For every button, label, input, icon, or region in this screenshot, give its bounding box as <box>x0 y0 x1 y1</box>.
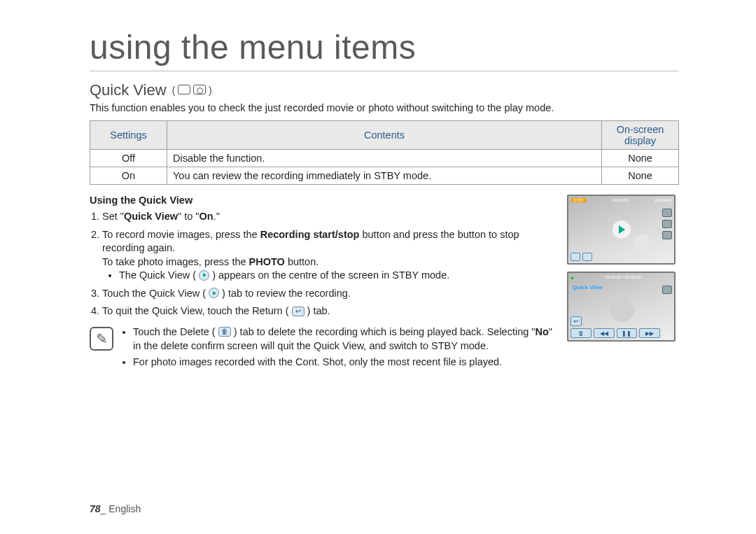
section-title-text: Quick View <box>90 81 167 99</box>
side-icon <box>662 231 672 239</box>
side-icon <box>662 286 672 294</box>
forward-icon: ▶▶ <box>639 328 660 338</box>
pause-icon: ❚❚ <box>617 328 638 338</box>
th-settings: Settings <box>90 121 167 150</box>
steps-list: Set "Quick View" to "On." To record movi… <box>102 210 557 318</box>
finger-touch-icon <box>631 231 654 255</box>
cell-setting: On <box>90 167 167 185</box>
bottom-icon <box>570 253 580 261</box>
play-icon <box>199 270 209 281</box>
photo-mode-icon <box>193 85 206 94</box>
return-icon: ↩ <box>292 307 304 316</box>
step-2-bullet: The Quick View ( ) appears on the centre… <box>119 269 557 283</box>
step-4: To quit the Quick View, touch the Return… <box>102 304 557 318</box>
play-icon <box>209 288 219 298</box>
play-counter: 00:00:20 / 00:30:00 <box>605 275 641 280</box>
cell-content: You can review the recording immediately… <box>167 167 602 185</box>
cell-display: None <box>602 150 679 167</box>
cell-display: None <box>602 167 679 185</box>
trash-icon: 🗑 <box>570 328 592 338</box>
note-block: ✎ Touch the Delete ( 🗑 ) tab to delete t… <box>90 325 557 372</box>
th-display: On-screen display <box>602 121 679 150</box>
th-contents: Contents <box>167 121 602 150</box>
bottom-icon <box>582 253 592 261</box>
table-row: On You can review the recording immediat… <box>90 167 679 185</box>
video-mode-icon <box>178 85 190 94</box>
note-2: For photo images recorded with the Cont.… <box>133 356 557 370</box>
stby-badge: STBY <box>571 198 587 202</box>
side-icon <box>662 220 672 228</box>
quickview-label: Quick View <box>573 284 603 290</box>
preview-screen-playback: ▶ 00:00:20 / 00:30:00 Quick View ↩ 🗑 ◀◀ … <box>567 272 676 342</box>
quickview-play-icon <box>612 220 631 239</box>
note-1: Touch the Delete ( 🗑 ) tab to delete the… <box>133 325 557 353</box>
step-2: To record movie images, press the Record… <box>102 228 557 283</box>
note-icon: ✎ <box>90 327 113 351</box>
preview-screen-stby: STBY 00:00:00 [300Min] <box>567 195 676 265</box>
page-footer: 78_ English <box>90 503 141 514</box>
table-row: Off Disable the function. None <box>90 150 679 167</box>
section-intro: This function enables you to check the j… <box>90 102 679 113</box>
settings-table: Settings Contents On-screen display Off … <box>90 120 679 185</box>
page-language: English <box>108 503 141 514</box>
return-icon: ↩ <box>570 316 582 326</box>
trash-icon: 🗑 <box>218 327 231 337</box>
steps-heading: Using the Quick View <box>90 195 557 206</box>
cell-setting: Off <box>90 150 167 167</box>
cell-content: Disable the function. <box>167 150 602 167</box>
page-title: using the menu items <box>90 28 679 71</box>
mode-icons: ( ) <box>172 85 212 96</box>
play-indicator-icon: ▶ <box>571 275 575 280</box>
rec-time: 00:00:00 <box>612 198 629 202</box>
playback-subject-icon <box>610 298 634 322</box>
step-3: Touch the Quick View ( ) tab to review t… <box>102 287 557 301</box>
side-icon <box>662 209 672 217</box>
page-number: 78 <box>90 503 101 514</box>
section-title: Quick View ( ) <box>90 81 679 99</box>
step-1: Set "Quick View" to "On." <box>102 210 557 224</box>
rewind-icon: ◀◀ <box>594 328 615 338</box>
mem-remaining: [300Min] <box>655 198 671 202</box>
